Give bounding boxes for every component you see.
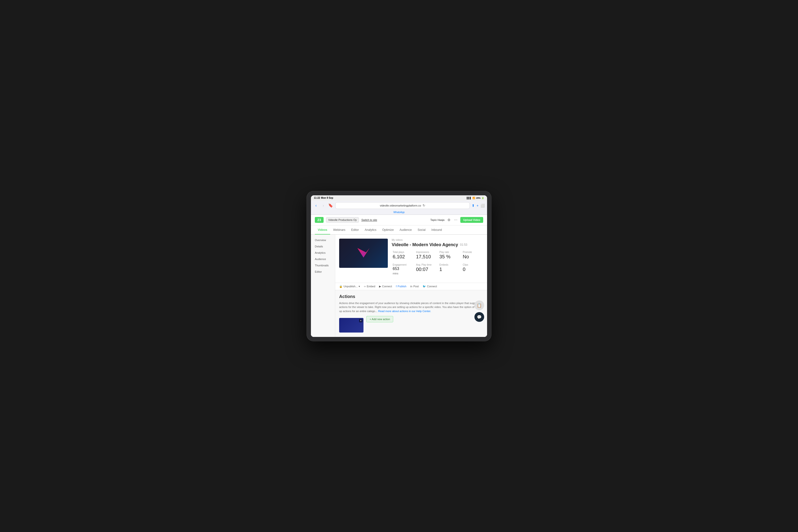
url-text: videolle.videomarketingplatform.co: [380, 204, 421, 207]
sidebar-item-editor[interactable]: Editor: [313, 269, 333, 274]
sidebar-item-overview[interactable]: Overview: [313, 238, 333, 243]
browser-forward-btn[interactable]: ›: [321, 203, 326, 208]
status-bar: 11:22 Mon 9 Sep ▌▌▌ 📶 29% 🔋: [311, 195, 487, 201]
video-info-section: My videos Videolle - Modern Video Agency…: [335, 235, 487, 283]
actions-description: Actions drive the engagement of your aud…: [339, 301, 483, 313]
browser-chrome: ‹ › 🔖 videolle.videomarketingplatform.co…: [311, 201, 487, 215]
content-area: Overview Details Analytics Audience Thum: [311, 235, 487, 337]
video-meta: My videos Videolle - Modern Video Agency…: [392, 239, 483, 279]
address-bar[interactable]: videolle.videomarketingplatform.co ↻: [335, 202, 470, 209]
stat-avg-play-time: Avg. Play time 00:07: [415, 263, 436, 276]
video-title-row: Videolle - Modern Video Agency 01:53: [392, 242, 483, 247]
grid-icon[interactable]: ⋯: [454, 217, 458, 222]
stat-clips: Clips 0: [462, 263, 483, 276]
upload-video-button[interactable]: Upload Video: [460, 217, 483, 223]
stats-grid: Total plays 6,102 Impressions 17,510 Pla…: [392, 250, 483, 276]
new-tab-icon[interactable]: +: [477, 204, 478, 208]
unpublish-button[interactable]: 🔒 Unpublish... ▾: [339, 285, 360, 288]
twitter-connect-button[interactable]: 🐦 Connect: [423, 285, 437, 288]
linkedin-icon: in: [410, 285, 412, 288]
stat-promote: Promote No: [462, 250, 483, 261]
nav-item-optimize[interactable]: Optimize: [379, 226, 397, 234]
tabs-icon[interactable]: ⬜: [480, 204, 484, 208]
whatsapp-bar[interactable]: WhatsApp: [311, 210, 487, 214]
floating-action-btn-1[interactable]: 📋: [474, 300, 484, 310]
sidebar-item-thumbnails[interactable]: Thumbnails: [313, 263, 333, 268]
app-content: 23 Videolle Productions Oy Switch to sit…: [311, 215, 487, 337]
lock-icon: 🔒: [339, 285, 343, 288]
code-icon: ‹›: [364, 285, 366, 288]
nav-item-social[interactable]: Social: [415, 226, 429, 234]
tablet-device: 11:22 Mon 9 Sep ▌▌▌ 📶 29% 🔋 ‹ › 🔖 vi: [307, 191, 491, 341]
stat-play-rate: Play rate 35 %: [438, 250, 460, 261]
video-duration: 01:53: [460, 243, 467, 246]
facebook-icon: f: [396, 285, 397, 288]
status-time: 11:22: [314, 196, 320, 199]
nav-item-audience[interactable]: Audience: [397, 226, 415, 234]
browser-back-btn[interactable]: ‹: [314, 203, 319, 208]
reload-icon[interactable]: ↻: [423, 204, 425, 207]
browser-actions: ⬆ + ⬜: [472, 204, 484, 208]
youtube-icon: ▶: [379, 285, 381, 288]
help-center-link[interactable]: Read more about actions in our Help Cent…: [378, 310, 431, 312]
share-icon[interactable]: ⬆: [472, 204, 475, 208]
embed-button[interactable]: ‹› Embed: [364, 285, 375, 288]
user-name: Tapio Haaja: [431, 218, 444, 221]
sidebar-item-details[interactable]: Details: [313, 244, 333, 249]
stat-embeds: Embeds 1: [438, 263, 460, 276]
floating-action-btn-2[interactable]: 💬: [474, 312, 484, 322]
logo-badge: 23: [315, 217, 324, 223]
nav-item-inbound[interactable]: Inbound: [429, 226, 445, 234]
dropdown-icon: ▾: [359, 285, 360, 288]
stat-total-plays: Total plays 6,102: [392, 250, 413, 261]
floating-buttons: 📋 💬: [474, 300, 484, 322]
nav-item-videos[interactable]: Videos: [315, 226, 330, 234]
app-topnav: 23 Videolle Productions Oy Switch to sit…: [311, 215, 487, 226]
stat-engagement: Engagement 653 mins: [392, 263, 413, 276]
youtube-connect-button[interactable]: ▶ Connect: [379, 285, 392, 288]
nav-item-analytics[interactable]: Analytics: [362, 226, 379, 234]
add-action-button[interactable]: + Add new action: [366, 316, 393, 322]
actions-content: Actions Actions drive the engagement of …: [335, 290, 487, 337]
battery-icon: 🔋: [481, 197, 484, 199]
action-thumbnail: ✕: [339, 318, 363, 332]
sidebar-item-analytics[interactable]: Analytics: [313, 250, 333, 255]
stat-impressions: Impressions 17,510: [415, 250, 436, 261]
main-panel: My videos Videolle - Modern Video Agency…: [335, 235, 487, 337]
video-breadcrumb: My videos: [392, 239, 483, 241]
org-name-button[interactable]: Videolle Productions Oy: [326, 217, 359, 223]
browser-bookmark-btn[interactable]: 🔖: [328, 203, 333, 208]
main-nav: Videos Webinars Editor Analytics Optimiz…: [311, 226, 487, 235]
linkedin-post-button[interactable]: in Post: [410, 285, 419, 288]
sidebar: Overview Details Analytics Audience Thum: [311, 235, 335, 337]
signal-icon: ▌▌▌: [467, 197, 472, 199]
settings-icon[interactable]: ⚙: [447, 217, 451, 222]
actions-title: Actions: [339, 294, 483, 299]
action-bar: 🔒 Unpublish... ▾ ‹› Embed ▶ Connect: [335, 283, 487, 290]
sidebar-item-audience[interactable]: Audience: [313, 256, 333, 262]
facebook-publish-button[interactable]: f Publish: [396, 285, 406, 288]
status-date: Mon 9 Sep: [321, 196, 333, 199]
nav-item-webinars[interactable]: Webinars: [330, 226, 348, 234]
svg-marker-0: [357, 248, 366, 258]
battery-indicator: 29%: [476, 197, 480, 199]
nav-item-editor[interactable]: Editor: [348, 226, 362, 234]
delete-action-btn[interactable]: ✕: [359, 319, 362, 322]
wifi-icon: 📶: [473, 197, 475, 199]
switch-site-link[interactable]: Switch to site: [361, 218, 377, 221]
video-title: Videolle - Modern Video Agency: [392, 242, 458, 247]
tablet-screen: 11:22 Mon 9 Sep ▌▌▌ 📶 29% 🔋 ‹ › 🔖 vi: [311, 195, 487, 337]
twitter-icon: 🐦: [423, 285, 426, 288]
video-thumbnail: [339, 239, 388, 268]
browser-toolbar: ‹ › 🔖 videolle.videomarketingplatform.co…: [311, 201, 487, 210]
